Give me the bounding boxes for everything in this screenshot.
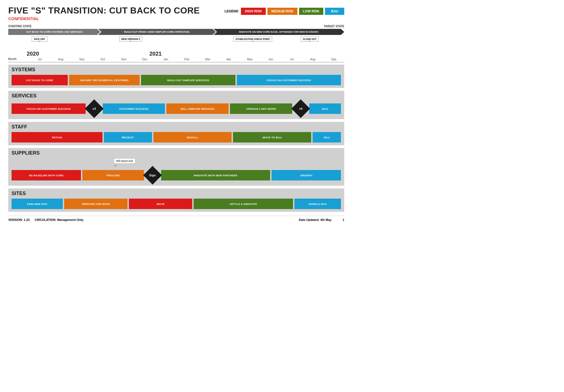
legend-block: LEGEND HIGH RISK MEDIUM RISK LOW RISK BA… [224, 8, 344, 15]
circulation-label: CIRCULATION: Management Only. [35, 218, 84, 221]
month-jan-2021: Jan [155, 57, 176, 61]
sites-bar-prepare: PREPARE FOR MOVE [64, 199, 128, 209]
page-header: FIVE "S" TRANSITION: CUT BACK TO CORE CO… [8, 6, 344, 21]
v4-label: v4 [299, 107, 302, 110]
suppliers-bar-innovate: INNOVATE WITH NEW PARTNERS [161, 170, 270, 180]
v3-diamond-wrapper: v3 [86, 101, 102, 116]
sign-tooltip: Will require dual [114, 158, 135, 164]
target-state-label: TARGET STATE [324, 25, 344, 28]
starting-state-label: STARTING STATE [8, 25, 31, 28]
year-2021: 2021 [149, 51, 162, 57]
page-number: 1 [343, 218, 344, 221]
sign-tooltip-wrapper: Will require dual [114, 158, 135, 167]
phase-arrows: CUT BACK TO CORE SYSTEMS AND SERVICES BU… [8, 29, 344, 35]
suppliers-bars: RE-BASELINE WITH CORE PROCURE Sign INNOV… [12, 168, 341, 183]
phase-cut-back: CUT BACK TO CORE SYSTEMS AND SERVICES [8, 29, 100, 35]
month-jul-2021: Jul [281, 57, 302, 61]
sites-title: SITES [12, 191, 341, 196]
newversion3-label: NEW VERSION 3 [119, 37, 142, 42]
sites-bar-settle: SETTLE & INNOVATE [194, 199, 293, 209]
month-may-2021: May [239, 57, 260, 61]
month-col-label: Month [8, 57, 29, 61]
year-2020: 2020 [27, 51, 39, 57]
staff-bar-retain: RETAIN [12, 132, 102, 142]
services-bar-sell: SELL SIMPLER SERVICES [166, 103, 229, 114]
systems-bar-build-out: BUILD OUT SIMPLER SERVICES [141, 75, 235, 85]
sites-bar-move: MOVE [129, 199, 192, 209]
month-sep-2021: Sep [323, 57, 344, 61]
suppliers-bar-rebaseline: RE-BASELINE WITH CORE [12, 170, 81, 180]
staff-bar-bau: BAU [313, 132, 341, 142]
suppliers-bar-procure: PROCURE [82, 170, 144, 180]
callouts-row: KICK OFF NEW VERSION 3 STABILISATION CHE… [8, 37, 344, 48]
v4-diamond-wrapper: v4 [293, 101, 308, 116]
month-aug-2021: Aug [302, 57, 323, 61]
month-sep-2020: Sep [71, 57, 92, 61]
staff-section: STAFF RETAIN RECRUIT RESKILL MOVE TO BAU… [8, 122, 344, 145]
services-bar-bau: BAU [309, 103, 341, 114]
suppliers-section: SUPPLIERS Will require dual RE-BASELINE … [8, 148, 344, 186]
timeline-header: STARTING STATE TARGET STATE CUT BACK TO … [8, 25, 344, 62]
month-nov-2020: Nov [113, 57, 134, 61]
title-block: FIVE "S" TRANSITION: CUT BACK TO CORE CO… [8, 6, 200, 21]
month-mar-2021: Mar [197, 57, 218, 61]
staff-bar-move-to-bau: MOVE TO BAU [233, 132, 311, 142]
systems-bars: CUT BACK TO CORE SECURE THE ESSENTIAL FE… [12, 75, 341, 85]
date-updated-label: Date Updated: 4th May [299, 218, 332, 221]
months-row: Month Jul Aug Sep Oct Nov Dec Jan Feb Ma… [8, 57, 344, 62]
services-bar-customer-success: CUSTOMER SUCCESS [103, 103, 165, 114]
sign-label: Sign [149, 174, 156, 177]
month-apr-2021: Apr [218, 57, 239, 61]
year-row: 2020 2021 [8, 49, 344, 57]
month-oct-2020: Oct [92, 57, 113, 61]
sign-diamond-wrapper: Sign [145, 168, 160, 183]
month-feb-2021: Feb [176, 57, 197, 61]
services-title: SERVICES [12, 93, 341, 99]
staff-bar-reskill: RESKILL [153, 132, 232, 142]
footer-right: Date Updated: 4th May 1 [299, 218, 344, 221]
sites-bars: FIND NEW SITE PREPARE FOR MOVE MOVE SETT… [12, 199, 341, 209]
staff-bars: RETAIN RECRUIT RESKILL MOVE TO BAU BAU [12, 132, 341, 142]
services-bar-focus: FOCUS ON CUSTOMER SUCCESS [12, 103, 86, 114]
closeout-label: CLOSE OUT [300, 37, 319, 42]
legend-high-risk: HIGH RISK [241, 8, 266, 15]
stab-label: STABILISATION CHECK POINT [233, 37, 272, 42]
staff-bar-recruit: RECRUIT [104, 132, 152, 142]
sign-tooltip-arrow [114, 165, 117, 167]
services-bar-version4: VERSION 4 DEV WORK [230, 103, 292, 114]
month-jun-2021: Jun [260, 57, 281, 61]
legend-label: LEGEND [224, 9, 238, 13]
systems-title: SYSTEMS [12, 67, 341, 73]
systems-bar-secure: SECURE THE ESSENTIAL FEATURES [69, 75, 140, 85]
page-title: FIVE "S" TRANSITION: CUT BACK TO CORE [8, 6, 200, 16]
month-dec-2020: Dec [134, 57, 155, 61]
services-section: SERVICES FOCUS ON CUSTOMER SUCCESS v3 CU… [8, 91, 344, 119]
phase-build-out: BUILD OUT FROM A NEW SIMPLER CORE OPERAT… [98, 29, 216, 35]
legend-low-risk: LOW RISK [299, 8, 323, 15]
legend-bau: BAU [325, 8, 344, 15]
footer-version: VERSION: 1.23 CIRCULATION: Management On… [8, 218, 84, 221]
services-bars: FOCUS ON CUSTOMER SUCCESS v3 CUSTOMER SU… [12, 101, 341, 116]
legend-medium-risk: MEDIUM RISK [267, 8, 297, 15]
suppliers-bar-growth: GROWTH [272, 170, 341, 180]
sites-section: SITES FIND NEW SITE PREPARE FOR MOVE MOV… [8, 188, 344, 212]
v3-label: v3 [93, 107, 96, 110]
systems-bar-focus: FOCUS ON CUSTOMER SUCCESS [237, 75, 341, 85]
month-jul-2020: Jul [29, 57, 50, 61]
sites-bar-find: FIND NEW SITE [12, 199, 63, 209]
systems-section: SYSTEMS CUT BACK TO CORE SECURE THE ESSE… [8, 65, 344, 88]
kickoff-label: KICK OFF [32, 37, 47, 42]
version-label: VERSION: 1.23 [8, 218, 30, 221]
phase-innovate: INNOVATE ON NEW CORE BASE, OPTIMISED FOR… [214, 29, 344, 35]
sites-bar-norm: NORM to BAU [294, 199, 341, 209]
staff-title: STAFF [12, 124, 341, 130]
month-aug-2020: Aug [50, 57, 71, 61]
systems-bar-cut-back: CUT BACK TO CORE [12, 75, 68, 85]
confidential-label: CONFIDENTIAL [8, 16, 200, 21]
suppliers-title: SUPPLIERS [12, 150, 341, 156]
page-footer: VERSION: 1.23 CIRCULATION: Management On… [8, 216, 344, 221]
